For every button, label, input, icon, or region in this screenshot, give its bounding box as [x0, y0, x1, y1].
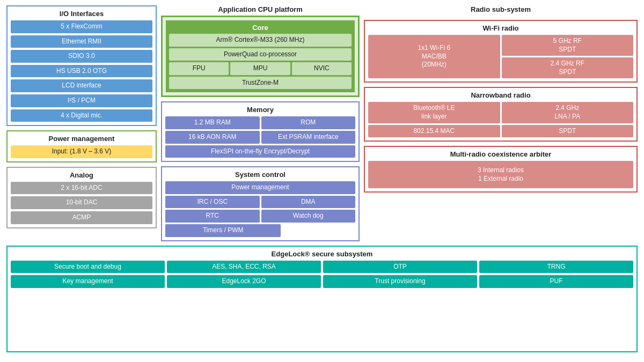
- edgelock-trust-prov: Trust provisioning: [323, 275, 477, 288]
- edgelock-puf: PUF: [479, 275, 633, 288]
- powerquad-block: PowerQuad co-processor: [169, 48, 352, 61]
- nvic-block: NVIC: [292, 62, 352, 75]
- wifi-mac-block: 1x1 Wi-Fi 6 MAC/BB (20MHz): [368, 35, 500, 78]
- spdt-block: SPDT: [502, 125, 634, 138]
- core-blocks: Arm® Cortex®-M33 (260 MHz) PowerQuad co-…: [169, 34, 352, 89]
- left-column: I/O Interfaces 5 x FlexComm Ethernet RMI…: [6, 5, 157, 241]
- wifi-section: Wi-Fi radio 1x1 Wi-Fi 6 MAC/BB (20MHz) 5…: [364, 20, 638, 83]
- wifi-title: Wi-Fi radio: [368, 24, 633, 32]
- radio-title: Radio sub-system: [364, 5, 638, 13]
- wifi-rf-col: 5 GHz RF SPDT 2.4 GHz RF SPDT: [502, 35, 634, 78]
- memory-section: Memory 1.2 MB RAM ROM 16 kB AON RAM Ext …: [161, 101, 360, 162]
- power-input: Input: (1.8 V – 3.6 V): [11, 145, 152, 158]
- analog-item-2: ACMP: [11, 211, 152, 224]
- syscontrol-section: System control Power management IRC / OS…: [161, 166, 360, 241]
- io-item-6: 4 x Digital mic.: [11, 109, 152, 122]
- edgelock-trng: TRNG: [479, 261, 633, 274]
- lna-pa-block: 2.4 GHz LNA / PA: [502, 102, 634, 123]
- mac-block: 802.15.4 MAC: [368, 125, 500, 138]
- edgelock-otp: OTP: [323, 261, 477, 274]
- rtc-block: RTC: [165, 210, 260, 223]
- arbiter-section: Multi-radio coexistence arbiter 3 Intern…: [364, 146, 638, 193]
- analog-section: Analog 2 x 16-bit ADC 10-bit DAC ACMP: [6, 167, 157, 228]
- fpu-mpu-nvic-row: FPU MPU NVIC: [169, 62, 352, 75]
- cpu-section-wrapper: Application CPU platform Core Arm® Corte…: [161, 5, 360, 97]
- io-title: I/O Interfaces: [11, 10, 152, 18]
- timers-block: Timers / PWM: [165, 224, 281, 237]
- edgelock-key-mgmt: Key management: [11, 275, 165, 288]
- power-title: Power management: [11, 135, 152, 143]
- analog-item-0: 2 x 16-bit ADC: [11, 182, 152, 195]
- psram-block: Ext PSRAM interface: [261, 131, 356, 144]
- rtc-watchdog-row: RTC Watch dog: [165, 210, 355, 223]
- irc-dma-row: IRC / OSC DMA: [165, 196, 355, 209]
- io-items-list: 5 x FlexComm Ethernet RMII SDIO 3.0 HS U…: [11, 20, 152, 122]
- arm-block: Arm® Cortex®-M33 (260 MHz): [169, 34, 352, 47]
- power-section: Power management Input: (1.8 V – 3.6 V): [6, 130, 157, 162]
- analog-item-1: 10-bit DAC: [11, 196, 152, 209]
- narrowband-right: 2.4 GHz LNA / PA SPDT: [502, 102, 634, 137]
- trustzone-block: TrustZone-M: [169, 77, 352, 90]
- timers-row: Timers / PWM: [165, 224, 355, 237]
- wifi-24ghz-block: 2.4 GHz RF SPDT: [502, 57, 634, 78]
- arbiter-content: 3 Internal radios 1 External radio: [368, 161, 633, 188]
- io-item-2: SDIO 3.0: [11, 50, 152, 63]
- dma-block: DMA: [261, 196, 356, 209]
- narrowband-grid: Bluetooth® LE link layer 802.15.4 MAC 2.…: [368, 102, 633, 137]
- flexspi-block: FlexSPI on-the-fly Encrypt/Decrypt: [165, 145, 355, 158]
- edgelock-title: EdgeLock® secure subsystem: [11, 250, 633, 258]
- aon-block: 16 kB AON RAM: [165, 131, 260, 144]
- wifi-grid: 1x1 Wi-Fi 6 MAC/BB (20MHz) 5 GHz RF SPDT…: [368, 35, 633, 78]
- middle-column: Application CPU platform Core Arm® Corte…: [161, 5, 360, 241]
- memory-grid: 1.2 MB RAM ROM 16 kB AON RAM Ext PSRAM i…: [165, 116, 355, 158]
- bt-le-block: Bluetooth® LE link layer: [368, 102, 500, 123]
- cpu-platform-title: Application CPU platform: [161, 5, 360, 13]
- ram-block: 1.2 MB RAM: [165, 116, 260, 129]
- irc-block: IRC / OSC: [165, 196, 260, 209]
- wifi-5ghz-block: 5 GHz RF SPDT: [502, 35, 634, 56]
- right-column: Radio sub-system Wi-Fi radio 1x1 Wi-Fi 6…: [364, 5, 638, 241]
- fpu-block: FPU: [169, 62, 229, 75]
- analog-title: Analog: [11, 171, 152, 179]
- io-interfaces-section: I/O Interfaces 5 x FlexComm Ethernet RMI…: [6, 5, 157, 126]
- syscontrol-grid: Power management IRC / OSC DMA RTC Watch…: [165, 181, 355, 237]
- edgelock-secure-boot: Secure boot and debug: [11, 261, 165, 274]
- io-item-1: Ethernet RMII: [11, 35, 152, 48]
- narrowband-left: Bluetooth® LE link layer 802.15.4 MAC: [368, 102, 500, 137]
- edgelock-aes: AES, SHA, ECC, RSA: [167, 261, 321, 274]
- mpu-block: MPU: [230, 62, 290, 75]
- syscontrol-title: System control: [165, 171, 355, 179]
- io-item-5: I²S / PCM: [11, 94, 152, 107]
- syscontrol-power: Power management: [165, 181, 355, 194]
- edgelock-2go: EdgeLock 2GO: [167, 275, 321, 288]
- rom-block: ROM: [261, 116, 356, 129]
- io-item-0: 5 x FlexComm: [11, 20, 152, 33]
- analog-items-list: 2 x 16-bit ADC 10-bit DAC ACMP: [11, 182, 152, 224]
- narrowband-title: Narrowband radio: [368, 91, 633, 99]
- memory-title: Memory: [165, 106, 355, 114]
- io-item-4: LCD interface: [11, 79, 152, 92]
- io-item-3: HS USB 2.0 OTG: [11, 65, 152, 78]
- cpu-core-inner: Core Arm® Cortex®-M33 (260 MHz) PowerQua…: [166, 20, 355, 92]
- edgelock-row2: Key management EdgeLock 2GO Trust provis…: [11, 275, 633, 288]
- watchdog-block: Watch dog: [261, 210, 356, 223]
- edgelock-row1: Secure boot and debug AES, SHA, ECC, RSA…: [11, 261, 633, 274]
- core-title: Core: [169, 24, 352, 32]
- edgelock-section: EdgeLock® secure subsystem Secure boot a…: [6, 246, 638, 352]
- narrowband-section: Narrowband radio Bluetooth® LE link laye…: [364, 87, 638, 142]
- cpu-section: Core Arm® Cortex®-M33 (260 MHz) PowerQua…: [161, 16, 360, 97]
- arbiter-title: Multi-radio coexistence arbiter: [368, 150, 633, 158]
